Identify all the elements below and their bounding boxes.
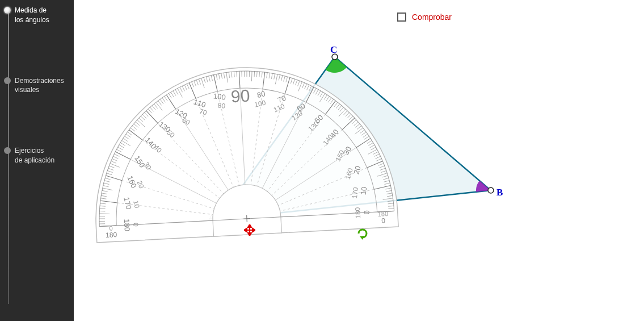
sidebar-dot-icon: [4, 147, 11, 154]
svg-text:100: 100: [213, 91, 226, 102]
svg-text:180: 180: [123, 219, 132, 231]
move-cross-icon: [244, 224, 255, 236]
sidebar-item-label: visuales: [15, 86, 39, 94]
svg-text:180: 180: [353, 207, 362, 219]
sidebar-item-demostraciones[interactable]: Demostraciones visuales: [5, 76, 69, 95]
svg-text:90: 90: [230, 86, 250, 106]
svg-text:170: 170: [351, 186, 360, 199]
svg-text:0: 0: [381, 216, 386, 224]
sidebar-dot-icon: [4, 7, 11, 14]
svg-marker-248: [244, 228, 247, 232]
svg-text:180: 180: [377, 210, 388, 218]
sidebar-item-ejercicios[interactable]: Ejercicios de aplicación: [5, 146, 69, 165]
svg-text:0: 0: [132, 223, 140, 227]
sidebar-item-label: Ejercicios: [15, 147, 44, 155]
sidebar-dot-icon: [4, 77, 11, 84]
geometry-canvas[interactable]: Comprobar A B C 018010170201603015040140…: [74, 0, 644, 321]
vertex-c-label: C: [330, 44, 337, 56]
rotate-handle[interactable]: [356, 227, 368, 239]
sidebar-item-label: Medida de: [15, 6, 47, 14]
svg-text:80: 80: [217, 101, 226, 110]
svg-marker-249: [252, 228, 255, 232]
svg-text:0: 0: [363, 210, 371, 215]
sidebar-item-label: los ángulos: [15, 16, 49, 24]
sidebar: Medida de los ángulos Demostraciones vis…: [0, 0, 74, 321]
vertex-b-point[interactable]: [488, 187, 494, 193]
svg-marker-246: [248, 224, 251, 227]
rotate-arrow-icon: [356, 227, 369, 240]
move-handle[interactable]: [244, 224, 255, 236]
sidebar-item-label: Demostraciones: [15, 77, 64, 85]
svg-text:0: 0: [109, 224, 113, 231]
svg-line-202: [247, 215, 247, 222]
svg-text:10: 10: [359, 186, 369, 195]
sidebar-item-medida[interactable]: Medida de los ángulos: [5, 6, 69, 25]
sidebar-item-label: de aplicación: [15, 156, 54, 164]
svg-text:180: 180: [106, 231, 117, 239]
vertex-b-label: B: [496, 187, 503, 198]
app-root: Medida de los ángulos Demostraciones vis…: [0, 0, 644, 321]
svg-marker-247: [248, 233, 251, 236]
